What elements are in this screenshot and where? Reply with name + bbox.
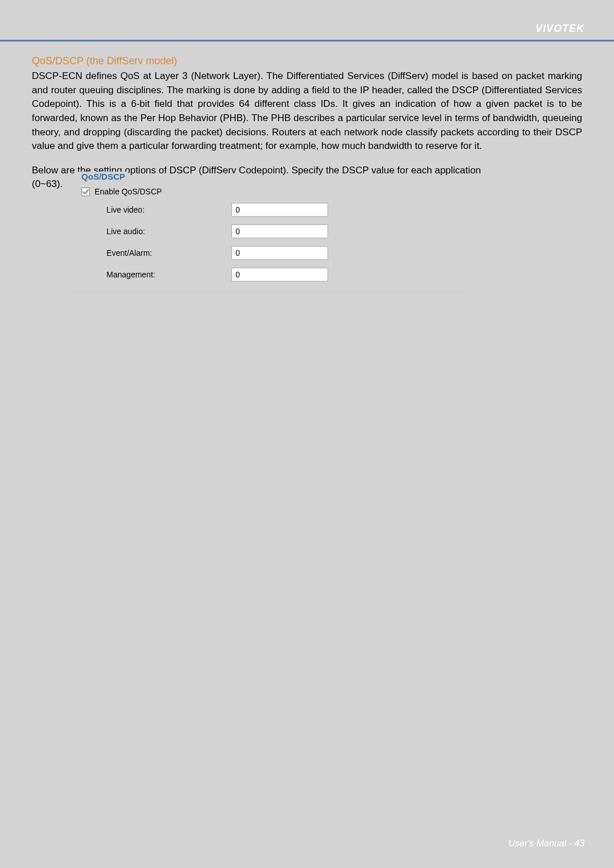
label-live-audio: Live audio: (106, 227, 231, 236)
range-label: (0~63). (32, 178, 63, 190)
content-area: QoS/DSCP (the DiffServ model) DSCP-ECN d… (0, 41, 614, 292)
settings-wrap: (0~63). QoS/DSCP Enable QoS/DSCP Live vi… (32, 177, 582, 292)
brand-text: VIVOTEK (536, 23, 584, 35)
input-live-audio[interactable] (231, 225, 328, 238)
enable-qos-label: Enable QoS/DSCP (94, 187, 161, 196)
footer-text: User's Manual - 43 (508, 838, 584, 849)
header-spacer (0, 0, 614, 17)
label-management: Management: (106, 270, 231, 279)
panel-legend: QoS/DSCP (78, 172, 128, 181)
row-live-audio: Live audio: (106, 225, 457, 238)
row-management: Management: (106, 268, 457, 281)
label-event-alarm: Event/Alarm: (106, 248, 231, 258)
label-live-video: Live video: (106, 205, 231, 214)
qos-dscp-panel: QoS/DSCP Enable QoS/DSCP Live video: Liv… (69, 177, 467, 292)
input-event-alarm[interactable] (231, 246, 328, 260)
enable-qos-row: Enable QoS/DSCP (81, 187, 457, 196)
row-live-video: Live video: (106, 203, 457, 217)
input-management[interactable] (231, 268, 328, 281)
section-title: QoS/DSCP (the DiffServ model) (32, 55, 582, 67)
brand-bar: VIVOTEK (0, 17, 614, 40)
input-live-video[interactable] (231, 203, 328, 217)
paragraph-1: DSCP-ECN defines QoS at Layer 3 (Network… (32, 69, 582, 153)
row-event-alarm: Event/Alarm: (106, 246, 457, 260)
checkbox-icon[interactable] (81, 188, 90, 196)
